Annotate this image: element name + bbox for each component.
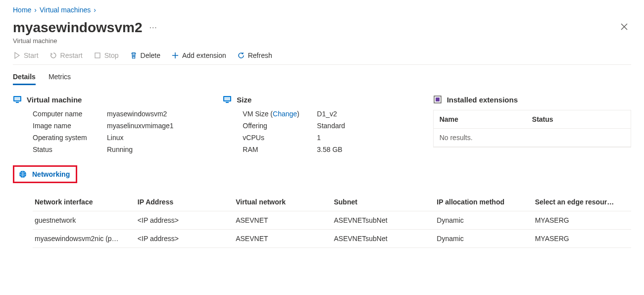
- restart-icon: [50, 51, 57, 59]
- status-value: Running: [107, 146, 211, 153]
- breadcrumb: Home › Virtual machines ›: [13, 6, 631, 14]
- extensions-table: Name Status No results.: [433, 110, 631, 148]
- stop-label: Stop: [104, 51, 119, 59]
- stop-button[interactable]: Stop: [94, 51, 119, 59]
- vcpus-value: 1: [317, 134, 421, 142]
- nic-cell: guestnetwork: [35, 216, 134, 224]
- nic-cell: myasewindowsvm2nic (p…: [35, 235, 134, 243]
- extensions-no-results: No results.: [440, 134, 532, 142]
- ip-cell: <IP address>: [138, 235, 232, 243]
- computer-name-label: Computer name: [33, 110, 102, 118]
- offering-value: Standard: [317, 122, 421, 130]
- trash-icon: [130, 51, 138, 59]
- svg-rect-8: [436, 98, 440, 101]
- refresh-label: Refresh: [248, 51, 272, 59]
- svg-rect-2: [14, 97, 20, 100]
- vm-size-label: VM Size (Change): [243, 110, 312, 118]
- table-row[interactable]: myasewindowsvm2nic (p… <IP address> ASEV…: [33, 230, 631, 248]
- close-icon: [620, 23, 628, 31]
- computer-name-value: myasewindowsvm2: [107, 110, 211, 118]
- delete-label: Delete: [141, 51, 160, 59]
- edge-cell: MYASERG: [535, 216, 629, 224]
- networking-col-subnet[interactable]: Subnet: [334, 198, 433, 206]
- vnet-cell: ASEVNET: [236, 216, 330, 224]
- networking-col-vnet[interactable]: Virtual network: [236, 198, 330, 206]
- vcpus-label: vCPUs: [243, 134, 312, 142]
- title-row: myasewindowsvm2 ···: [13, 19, 631, 36]
- page-subtitle: Virtual machine: [13, 37, 631, 45]
- tab-details[interactable]: Details: [13, 70, 36, 85]
- os-label: Operating system: [33, 134, 102, 142]
- edge-cell: MYASERG: [535, 235, 629, 243]
- extension-icon: [433, 95, 442, 104]
- restart-label: Restart: [60, 51, 83, 59]
- tab-strip: Details Metrics: [13, 70, 631, 85]
- size-section-title: Size: [237, 96, 251, 104]
- restart-button[interactable]: Restart: [50, 51, 83, 59]
- globe-icon: [18, 170, 27, 179]
- svg-rect-6: [226, 102, 229, 103]
- ip-cell: <IP address>: [138, 216, 232, 224]
- svg-rect-0: [95, 53, 100, 58]
- networking-col-nic[interactable]: Network interface: [35, 198, 134, 206]
- page-title: myasewindowsvm2: [13, 20, 142, 36]
- start-button[interactable]: Start: [13, 51, 39, 59]
- networking-col-edge[interactable]: Select an edge resour…: [535, 198, 629, 206]
- table-row[interactable]: guestnetwork <IP address> ASEVNET ASEVNE…: [33, 211, 631, 230]
- networking-section: Networking Network interface IP Address …: [13, 165, 631, 248]
- networking-section-title[interactable]: Networking: [32, 170, 70, 178]
- change-size-link[interactable]: Change: [273, 110, 297, 118]
- chevron-right-icon: ›: [34, 6, 37, 14]
- subnet-cell: ASEVNETsubNet: [334, 235, 433, 243]
- command-bar: Start Restart Stop Delete Add extension …: [13, 51, 631, 65]
- plus-icon: [171, 51, 179, 59]
- play-icon: [13, 51, 21, 59]
- alloc-cell: Dynamic: [437, 216, 531, 224]
- extensions-col-name[interactable]: Name: [440, 115, 532, 123]
- refresh-icon: [237, 51, 245, 59]
- details-panel: Virtual machine Computer name myasewindo…: [13, 95, 631, 153]
- svg-rect-5: [224, 97, 230, 100]
- networking-col-ip[interactable]: IP Address: [138, 198, 232, 206]
- close-button[interactable]: [617, 19, 631, 36]
- alloc-cell: Dynamic: [437, 235, 531, 243]
- svg-rect-3: [16, 102, 19, 103]
- offering-label: Offering: [243, 122, 312, 130]
- image-name-value: myaselinuxvmimage1: [107, 122, 211, 130]
- subnet-cell: ASEVNETsubNet: [334, 216, 433, 224]
- image-name-label: Image name: [33, 122, 102, 130]
- add-extension-label: Add extension: [182, 51, 226, 59]
- extensions-col-status[interactable]: Status: [532, 115, 625, 123]
- breadcrumb-home[interactable]: Home: [13, 6, 31, 14]
- networking-table: Network interface IP Address Virtual net…: [13, 193, 631, 248]
- monitor-icon: [223, 95, 232, 104]
- vm-section-title: Virtual machine: [27, 96, 82, 104]
- ram-value: 3.58 GB: [317, 146, 421, 153]
- breadcrumb-virtual-machines[interactable]: Virtual machines: [40, 6, 91, 14]
- os-value: Linux: [107, 134, 211, 142]
- stop-icon: [94, 51, 101, 59]
- networking-col-alloc[interactable]: IP allocation method: [437, 198, 531, 206]
- more-menu-button[interactable]: ···: [149, 23, 157, 32]
- chevron-right-icon: ›: [94, 6, 96, 14]
- refresh-button[interactable]: Refresh: [237, 51, 272, 59]
- status-label: Status: [33, 146, 102, 153]
- monitor-icon: [13, 95, 22, 104]
- start-label: Start: [24, 51, 39, 59]
- vm-size-value: D1_v2: [317, 110, 421, 118]
- extensions-section-title: Installed extensions: [447, 96, 518, 104]
- add-extension-button[interactable]: Add extension: [171, 51, 226, 59]
- vnet-cell: ASEVNET: [236, 235, 330, 243]
- ram-label: RAM: [243, 146, 312, 153]
- tab-metrics[interactable]: Metrics: [49, 70, 71, 85]
- delete-button[interactable]: Delete: [130, 51, 160, 59]
